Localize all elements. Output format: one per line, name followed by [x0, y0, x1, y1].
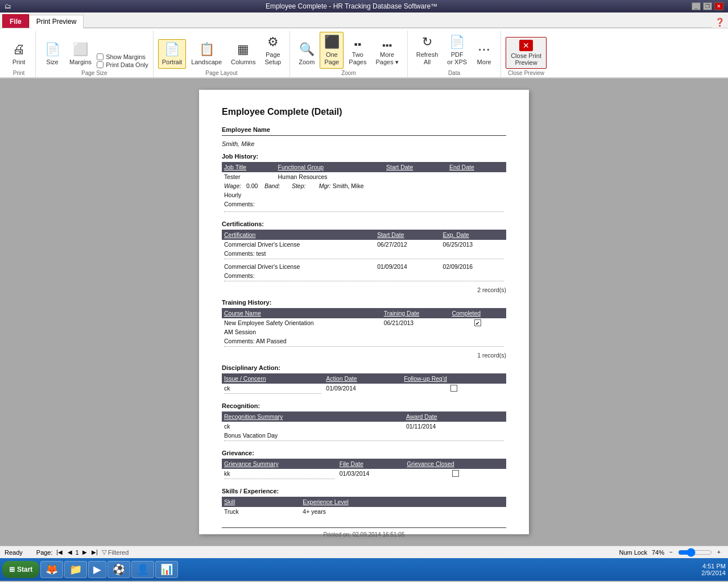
page-setup-icon: ⚙ [267, 35, 279, 49]
print-footer: Printed on: 02.09.2014 16:51:05 [222, 527, 506, 538]
disc-date-1: 01/09/2014 [324, 384, 402, 397]
taskbar: ⊞ Start 🦊 📁 ▶ ⚽ 👤 📊 4:51 PM 2/9/2014 [0, 558, 728, 581]
table-row: New Employee Safety Orientation 06/21/20… [222, 318, 506, 327]
data-group-items: ↻ RefreshAll 📄 PDFor XPS ⋯ More [412, 32, 496, 69]
start-button[interactable]: ⊞ Start [2, 561, 39, 578]
taskbar-person[interactable]: 👤 [131, 561, 154, 578]
table-row: Bonus Vacation Day [222, 431, 506, 444]
grievance-title: Grievance: [222, 450, 506, 456]
page-navigation: |◀ ◀ 1 ▶ ▶| [55, 548, 100, 557]
zoom-out-button[interactable]: − [667, 548, 676, 557]
last-page-button[interactable]: ▶| [90, 548, 100, 557]
print-group-items: 🖨 Print [7, 32, 31, 69]
grievance-closed-checkbox [452, 470, 459, 477]
main-area: Employee Complete (Detail) Employee Name… [0, 78, 728, 546]
cert-name-1: Commercial Driver's License [222, 240, 375, 249]
columns-button[interactable]: ▦ Columns [227, 39, 259, 69]
taskbar-folder[interactable]: 📁 [64, 561, 87, 578]
cert-col-cert: Certification [222, 230, 375, 240]
taskbar-ball[interactable]: ⚽ [107, 561, 130, 578]
disc-col-followup: Follow-up Req'd [402, 373, 506, 384]
skill-exp-1: 4+ years [300, 507, 506, 516]
help-button[interactable]: ❓ [712, 16, 728, 28]
print-data-only-checkbox[interactable] [97, 61, 104, 68]
taskbar-hr-app[interactable]: 📊 [155, 561, 178, 578]
skill-name-1: Truck [222, 507, 300, 516]
columns-icon: ▦ [237, 42, 249, 57]
restore-button[interactable]: ❐ [703, 2, 712, 10]
ribbon-group-print: 🖨 Print Print [2, 31, 36, 77]
table-row: Comments: [222, 271, 506, 284]
jh-functional-group: Human Resources [276, 172, 384, 181]
margins-button[interactable]: ⬜ Margins [65, 39, 96, 69]
cert-exp-1: 06/25/2013 [441, 240, 506, 249]
page-label: Page: [36, 549, 53, 556]
page-options: Show Margins Print Data Only [97, 53, 148, 69]
disc-col-date: Action Date [324, 373, 402, 384]
training-table: Course Name Training Date Completed New … [222, 308, 506, 350]
more-pages-button[interactable]: ▪▪▪ MorePages ▾ [372, 37, 403, 69]
griev-summary-1: kk [222, 469, 337, 482]
first-page-button[interactable]: |◀ [55, 548, 64, 557]
close-preview-label: Close Preview [506, 70, 547, 77]
pdf-xps-button[interactable]: 📄 PDFor XPS [443, 32, 471, 69]
griev-col-summary: Grievance Summary [222, 459, 337, 469]
skills-table: Skill Experience Level Truck 4+ years [222, 497, 506, 516]
ribbon-tabs: File Print Preview ❓ [0, 13, 728, 28]
disc-col-issue: Issue / Concern [222, 373, 324, 384]
train-col-completed: Completed [449, 308, 506, 318]
taskbar-media[interactable]: ▶ [88, 561, 106, 578]
two-pages-button[interactable]: ▪▪ TwoPages [345, 36, 370, 69]
jh-col-title: Job Title [222, 162, 276, 172]
document-title: Employee Complete (Detail) [222, 107, 506, 117]
close-preview-icon: ✕ [519, 40, 533, 51]
disciplinary-table: Issue / Concern Action Date Follow-up Re… [222, 373, 506, 397]
filter-label: Filtered [108, 549, 129, 556]
data-group-label: Data [412, 70, 496, 77]
tab-file[interactable]: File [2, 14, 29, 28]
griev-closed-1 [404, 469, 506, 482]
close-button[interactable]: ✕ [714, 2, 723, 10]
refresh-all-button[interactable]: ↻ RefreshAll [412, 32, 442, 69]
window-controls: _ ❐ ✕ [692, 2, 723, 10]
jh-job-title: Tester [222, 172, 276, 181]
show-margins-checkbox[interactable] [97, 53, 104, 60]
one-page-icon: ⬛ [324, 35, 340, 49]
table-row: ck 01/11/2014 [222, 422, 506, 431]
portrait-button[interactable]: 📄 Portrait [158, 39, 186, 69]
filter-icon: ▽ [102, 548, 106, 556]
minimize-button[interactable]: _ [692, 2, 701, 10]
print-group-label: Print [7, 70, 31, 77]
skill-col-skill: Skill [222, 497, 300, 507]
jh-col-functional: Functional Group [276, 162, 384, 172]
print-data-only-row: Print Data Only [97, 61, 148, 68]
jh-start-date [384, 172, 447, 181]
size-button[interactable]: 📄 Size [40, 39, 64, 69]
page-setup-button[interactable]: ⚙ PageSetup [260, 32, 285, 69]
recog-col-summary: Recognition Summary [222, 411, 404, 422]
one-page-button[interactable]: ⬛ OnePage [320, 32, 344, 69]
table-row: Comments: [222, 199, 506, 209]
print-button[interactable]: 🖨 Print [7, 39, 31, 69]
ribbon-group-close-preview: ✕ Close PrintPreview Close Preview [501, 31, 551, 77]
zoom-slider[interactable] [678, 548, 712, 557]
train-completed-1: ✔ [449, 318, 506, 327]
title-bar: 🗂 Employee Complete - HR Tracking Databa… [0, 0, 728, 13]
prev-page-button[interactable]: ◀ [65, 548, 75, 557]
more-data-button[interactable]: ⋯ More [472, 39, 496, 69]
landscape-button[interactable]: 📋 Landscape [187, 39, 226, 69]
zoom-button[interactable]: 🔍 Zoom [295, 39, 318, 69]
zoom-in-button[interactable]: + [714, 548, 723, 557]
job-history-title: Job History: [222, 153, 506, 160]
next-page-button[interactable]: ▶ [80, 548, 89, 557]
windows-icon: ⊞ [9, 566, 15, 573]
griev-col-date: File Date [337, 459, 404, 469]
landscape-icon: 📋 [199, 42, 214, 57]
train-course-1: New Employee Safety Orientation [222, 318, 382, 327]
refresh-icon: ↻ [422, 35, 432, 49]
tab-print-preview[interactable]: Print Preview [29, 15, 84, 28]
employee-name-value: Smith, Mike [222, 140, 506, 147]
train-col-date: Training Date [382, 308, 450, 318]
taskbar-firefox[interactable]: 🦊 [40, 561, 63, 578]
close-preview-button[interactable]: ✕ Close PrintPreview [506, 37, 547, 69]
